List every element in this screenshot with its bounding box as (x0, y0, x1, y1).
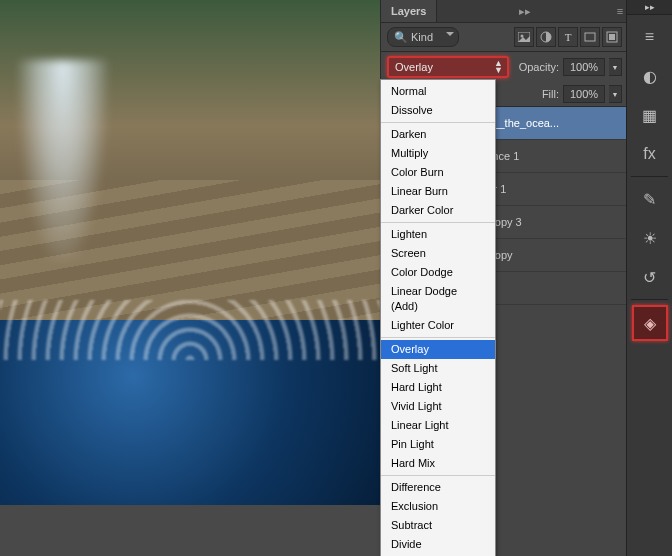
filter-shape-icon[interactable] (580, 27, 600, 47)
filter-type-icons: T (514, 27, 622, 47)
panel-collapse-icon[interactable]: ▸▸ (517, 5, 533, 18)
fill-label: Fill: (542, 88, 559, 100)
svg-rect-5 (609, 34, 615, 40)
blend-option-linear-burn[interactable]: Linear Burn (381, 182, 495, 201)
opacity-control: Opacity: 100% ▼ (519, 58, 622, 76)
layers-panel-icon[interactable]: ◈ (632, 305, 668, 341)
blend-mode-menu[interactable]: NormalDissolveDarkenMultiplyColor BurnLi… (380, 79, 496, 556)
blend-option-divide[interactable]: Divide (381, 535, 495, 554)
filter-adjust-icon[interactable] (536, 27, 556, 47)
chevron-down-icon (446, 32, 454, 36)
blend-option-color-dodge[interactable]: Color Dodge (381, 263, 495, 282)
svg-rect-3 (585, 33, 595, 41)
blend-option-difference[interactable]: Difference (381, 478, 495, 497)
accordion-icon[interactable]: ≡ (633, 20, 667, 54)
color-panel-icon[interactable]: ◐ (633, 59, 667, 93)
chevron-down-icon[interactable]: ▼ (609, 85, 622, 103)
history-panel-icon[interactable]: ↺ (633, 260, 667, 294)
brush-panel-icon[interactable]: ✎ (633, 182, 667, 216)
blend-option-hard-mix[interactable]: Hard Mix (381, 454, 495, 473)
blend-option-linear-dodge-add-[interactable]: Linear Dodge (Add) (381, 282, 495, 316)
filter-kind-label: Kind (411, 31, 433, 43)
fill-input[interactable]: 100% (563, 85, 605, 103)
layers-tab[interactable]: Layers (381, 0, 437, 22)
blend-option-subtract[interactable]: Subtract (381, 516, 495, 535)
blend-option-darken[interactable]: Darken (381, 125, 495, 144)
blend-option-overlay[interactable]: Overlay (381, 340, 495, 359)
image-content (0, 300, 380, 360)
blend-option-multiply[interactable]: Multiply (381, 144, 495, 163)
blend-option-darker-color[interactable]: Darker Color (381, 201, 495, 220)
filter-type-icon[interactable]: T (558, 27, 578, 47)
blend-option-lighten[interactable]: Lighten (381, 225, 495, 244)
panel-header: Layers ▸▸ ≡ (381, 0, 628, 23)
image-content (18, 60, 108, 260)
blend-option-soft-light[interactable]: Soft Light (381, 359, 495, 378)
blend-option-linear-light[interactable]: Linear Light (381, 416, 495, 435)
blend-option-screen[interactable]: Screen (381, 244, 495, 263)
dock-collapse-icon[interactable]: ▸▸ (627, 0, 672, 15)
stepper-icon: ▲▼ (494, 60, 503, 74)
blend-mode-dropdown[interactable]: Overlay ▲▼ (387, 56, 509, 78)
blend-option-pin-light[interactable]: Pin Light (381, 435, 495, 454)
swatches-icon[interactable]: ▦ (633, 98, 667, 132)
opacity-label: Opacity: (519, 61, 559, 73)
blend-option-vivid-light[interactable]: Vivid Light (381, 397, 495, 416)
blend-option-dissolve[interactable]: Dissolve (381, 101, 495, 120)
adjustments-panel-icon[interactable]: ☀ (633, 221, 667, 255)
collapsed-panels-dock: ▸▸ ≡◐▦fx✎☀↺◈ (626, 0, 672, 556)
search-icon: 🔍 (394, 31, 408, 44)
blend-option-lighter-color[interactable]: Lighter Color (381, 316, 495, 335)
blend-mode-value: Overlay (395, 61, 433, 73)
opacity-input[interactable]: 100% (563, 58, 605, 76)
blend-option-color-burn[interactable]: Color Burn (381, 163, 495, 182)
styles-icon[interactable]: fx (633, 137, 667, 171)
layer-filter-row: 🔍 Kind T (381, 23, 628, 52)
blend-option-normal[interactable]: Normal (381, 82, 495, 101)
filter-smartobj-icon[interactable] (602, 27, 622, 47)
blend-option-exclusion[interactable]: Exclusion (381, 497, 495, 516)
filter-kind-dropdown[interactable]: 🔍 Kind (387, 27, 459, 47)
document-canvas[interactable] (0, 0, 380, 505)
canvas-pasteboard (0, 505, 380, 556)
blend-option-hard-light[interactable]: Hard Light (381, 378, 495, 397)
filter-image-icon[interactable] (514, 27, 534, 47)
blend-mode-row: Overlay ▲▼ Opacity: 100% ▼ (381, 52, 628, 82)
chevron-down-icon[interactable]: ▼ (609, 58, 622, 76)
